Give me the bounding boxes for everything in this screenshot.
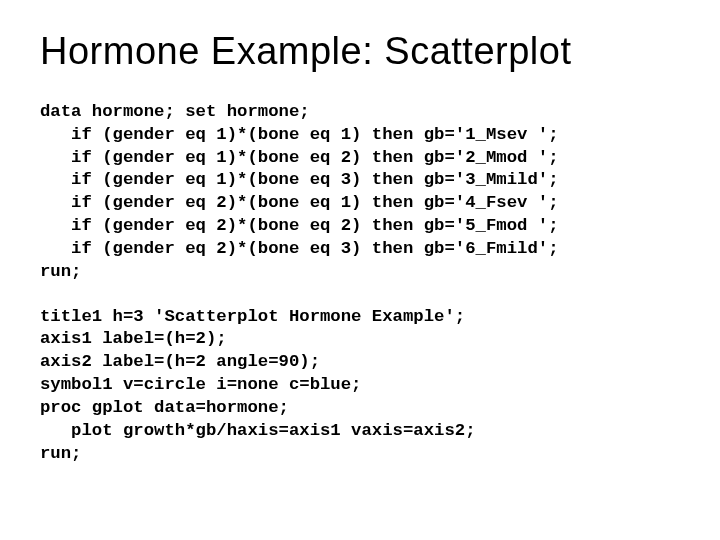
code-block-data-step: data hormone; set hormone; if (gender eq… <box>40 101 680 284</box>
slide-title: Hormone Example: Scatterplot <box>40 30 680 73</box>
code-block-gplot: title1 h=3 'Scatterplot Hormone Example'… <box>40 306 680 466</box>
